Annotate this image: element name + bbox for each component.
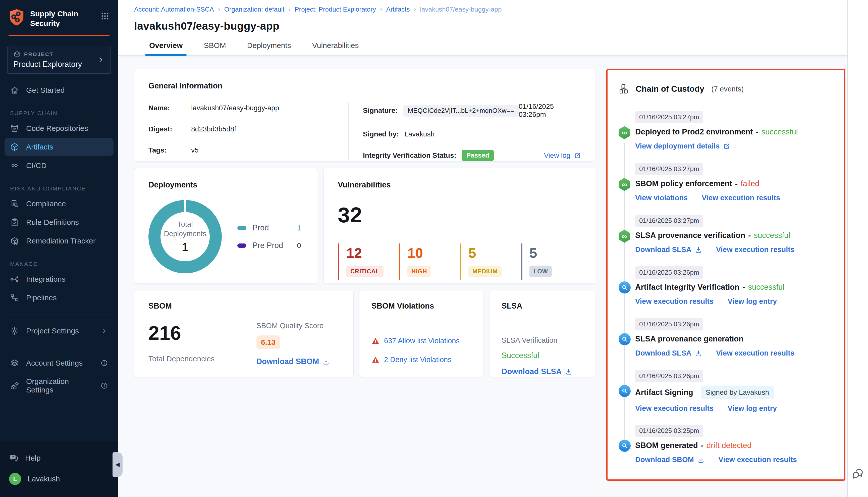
- clipboard-check-icon: [10, 218, 19, 227]
- cards-column: General Information Name:lavakush07/easy…: [134, 69, 595, 497]
- event-link-download-slsa[interactable]: Download SLSA: [635, 349, 702, 357]
- deployments-title: Deployments: [148, 181, 304, 189]
- breadcrumb-separator: ›: [289, 5, 291, 13]
- sidebar-item-pipelines[interactable]: Pipelines: [4, 289, 114, 307]
- sidebar-item-integrations[interactable]: Integrations: [4, 270, 114, 288]
- download-icon: [697, 456, 705, 463]
- event-title: SBOM policy enforcement-failed: [635, 179, 833, 188]
- breadcrumb-separator: ›: [380, 5, 382, 13]
- vulnerabilities-card: Vulnerabilities 32 12CRITICAL10HIGH5MEDI…: [323, 168, 596, 284]
- tab-vulnerabilities[interactable]: Vulnerabilities: [311, 41, 360, 55]
- layers-icon: [10, 358, 19, 368]
- sidebar-item-help[interactable]: ? Help: [9, 448, 109, 468]
- event-link-view-deployment-details[interactable]: View deployment details: [635, 142, 730, 150]
- signature-label: Signature:: [363, 106, 397, 115]
- sbom-card: SBOM 216 Total Dependencies SBOM Quality…: [134, 290, 353, 377]
- content-area: General Information Name:lavakush07/easy…: [118, 59, 848, 497]
- warning-triangle-icon: [372, 337, 379, 345]
- deployments-card: Deployments Total Deployments 1 Prod1Pre…: [134, 168, 318, 284]
- tab-sbom[interactable]: SBOM: [203, 41, 227, 55]
- event-link-view-log-entry[interactable]: View log entry: [728, 404, 777, 413]
- download-slsa-label: Download SLSA: [502, 367, 562, 376]
- download-sbom-link[interactable]: Download SBOM: [257, 357, 330, 366]
- vulnerabilities-title: Vulnerabilities: [338, 181, 582, 189]
- sidebar-section-manage: MANAGE: [0, 251, 118, 269]
- app-switcher-grid-icon[interactable]: [100, 12, 110, 20]
- severity-count: 5: [468, 245, 521, 261]
- event-timestamp: 01/16/2025 03:26pm: [635, 266, 703, 279]
- tab-deployments[interactable]: Deployments: [246, 41, 292, 55]
- sidebar-item-ci-cd[interactable]: CI/CD: [4, 157, 114, 174]
- breadcrumb-link[interactable]: Artifacts: [386, 5, 410, 13]
- breadcrumb-link[interactable]: Account: Automation-SSCA: [134, 5, 214, 13]
- sidebar-item-rule-definitions[interactable]: Rule Definitions: [4, 214, 114, 231]
- violation-link-2-deny-list-violations[interactable]: 2 Deny list Violations: [372, 356, 474, 364]
- sidebar-item-label: Account Settings: [26, 359, 83, 367]
- vulnerabilities-total: 32: [338, 202, 582, 227]
- event-link-view-execution-results[interactable]: View execution results: [702, 194, 780, 202]
- scan-circle-blue-icon: [619, 281, 631, 294]
- event-link-view-execution-results[interactable]: View execution results: [635, 404, 713, 413]
- sbom-total-label: Total Dependencies: [148, 355, 242, 363]
- sidebar-item-label: Project Settings: [26, 327, 79, 335]
- shield-logo-icon: [9, 9, 25, 26]
- sidebar-item-remediation-tracker[interactable]: Remediation Tracker: [4, 232, 114, 250]
- chain-of-custody-panel: Chain of Custody (7 events) 01/16/2025 0…: [606, 69, 845, 481]
- event-link-label: View execution results: [719, 456, 797, 464]
- violation-link-637-allow-list-violations[interactable]: 637 Allow list Violations: [372, 337, 474, 345]
- org-icon: [10, 381, 19, 390]
- event-link-label: View execution results: [635, 297, 713, 306]
- view-log-link[interactable]: View log: [544, 152, 581, 159]
- severity-critical: 12CRITICAL: [338, 243, 399, 280]
- event-title-text: SLSA provenance generation: [635, 335, 743, 343]
- event-link-view-violations[interactable]: View violations: [635, 194, 688, 202]
- sidebar-item-code-repositories[interactable]: </>Code Repositories: [4, 119, 114, 137]
- event-link-view-execution-results[interactable]: View execution results: [716, 245, 794, 254]
- download-slsa-link[interactable]: Download SLSA: [502, 367, 572, 376]
- download-sbom-label: Download SBOM: [257, 357, 319, 366]
- event-timestamp: 01/16/2025 03:27pm: [635, 111, 703, 123]
- sidebar-item-artifacts[interactable]: Artifacts: [4, 138, 114, 156]
- breadcrumb-link[interactable]: Organization: default: [224, 5, 285, 13]
- sidebar-item-compliance[interactable]: Compliance: [4, 195, 114, 213]
- sidebar-item-account-settings[interactable]: Account Settings: [4, 354, 114, 372]
- sidebar-item-label: Organization Settings: [26, 377, 93, 394]
- infinity-icon: [10, 161, 19, 170]
- project-selector-label: PROJECT: [24, 51, 54, 57]
- sidebar-item-user[interactable]: L Lavakush: [9, 468, 109, 490]
- slsa-title: SLSA: [502, 301, 583, 311]
- external-link-icon: [723, 143, 730, 150]
- sbom-violations-title: SBOM Violations: [372, 301, 474, 311]
- event-link-view-log-entry[interactable]: View log entry: [728, 297, 777, 306]
- project-selector[interactable]: PROJECT Product Exploratory: [7, 46, 111, 74]
- chat-feedback-icon[interactable]: [851, 467, 865, 481]
- event-title-dash: -: [742, 283, 745, 292]
- sidebar-collapse-handle[interactable]: ◀: [113, 452, 122, 477]
- sidebar-item-project-settings[interactable]: Project Settings: [4, 322, 114, 340]
- severity-badge: MEDIUM: [468, 266, 502, 277]
- severity-count: 10: [407, 245, 460, 261]
- event-timestamp: 01/16/2025 03:25pm: [635, 425, 703, 437]
- sidebar-item-get-started[interactable]: Get Started: [4, 81, 114, 99]
- tab-overview[interactable]: Overview: [148, 41, 184, 55]
- event-timestamp: 01/16/2025 03:26pm: [635, 370, 703, 382]
- event-link-view-execution-results[interactable]: View execution results: [719, 456, 797, 464]
- event-link-view-execution-results[interactable]: View execution results: [635, 297, 713, 306]
- pipeline-hex-green-icon: ∞: [619, 230, 630, 243]
- sidebar-item-organization-settings[interactable]: Organization Settings: [4, 373, 114, 398]
- integrations-icon: [10, 275, 19, 284]
- event-link-label: View execution results: [716, 245, 794, 254]
- event-link-download-slsa[interactable]: Download SLSA: [635, 245, 702, 254]
- event-link-download-sbom[interactable]: Download SBOM: [635, 456, 705, 464]
- event-links: View violationsView execution results: [635, 194, 833, 202]
- general-information-title: General Information: [148, 81, 581, 90]
- deployments-donut-chart: Total Deployments 1: [148, 200, 222, 273]
- event-title-text: SLSA provenance verification: [635, 231, 745, 240]
- sidebar-divider: [8, 315, 111, 315]
- event-link-view-execution-results[interactable]: View execution results: [716, 349, 794, 357]
- field-value: v5: [191, 146, 199, 154]
- legend-item-prod: Prod1: [237, 223, 301, 232]
- repo-icon: </>: [10, 124, 19, 133]
- breadcrumb-link[interactable]: Project: Product Exploratory: [294, 5, 376, 13]
- sidebar-settings-group: Project SettingsAccount SettingsOrganiza…: [0, 308, 118, 399]
